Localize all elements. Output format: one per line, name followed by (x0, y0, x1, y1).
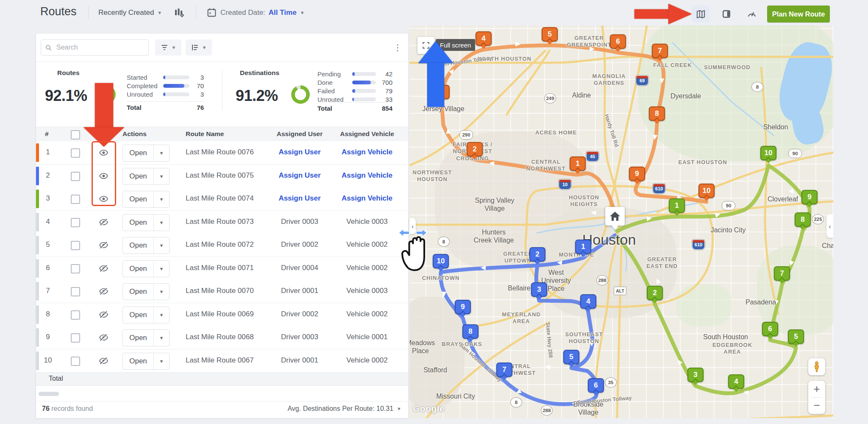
eye-hidden-icon[interactable] (97, 264, 110, 273)
open-button-label[interactable]: Open (123, 353, 153, 369)
blue-route-stop-marker[interactable]: 1 (575, 240, 591, 254)
orange-route-stop-marker[interactable]: 6 (610, 34, 626, 49)
open-button-label[interactable]: Open (123, 191, 153, 207)
assigned-vehicle-cell[interactable]: Assign Vehicle (335, 194, 399, 203)
green-route-stop-marker[interactable]: 6 (762, 322, 778, 336)
sort-button[interactable]: ▼ (186, 39, 212, 56)
assigned-user-cell[interactable]: Assign User (272, 171, 327, 180)
row-checkbox[interactable] (71, 241, 80, 250)
open-button-label[interactable]: Open (123, 330, 153, 346)
open-button-caret[interactable]: ▼ (153, 330, 169, 346)
orange-route-stop-marker[interactable]: 9 (629, 167, 645, 181)
assigned-user-cell[interactable]: Assign User (272, 148, 327, 156)
open-route-split-button[interactable]: Open▼ (122, 214, 170, 231)
plan-new-route-button[interactable]: Plan New Route (767, 6, 830, 22)
row-checkbox[interactable] (71, 148, 80, 158)
open-button-caret[interactable]: ▼ (153, 353, 169, 369)
search-box[interactable] (41, 39, 149, 56)
search-input[interactable] (56, 43, 144, 52)
green-route-stop-marker[interactable]: 9 (801, 190, 818, 204)
filter-button[interactable]: ▼ (155, 39, 181, 56)
zoom-out-button[interactable]: − (808, 397, 825, 414)
row-checkbox[interactable] (71, 172, 80, 181)
sort-dropdown[interactable]: Recently Created ▼ (98, 8, 162, 17)
panel-collapse-handle[interactable]: ‹ (409, 218, 416, 234)
row-checkbox[interactable] (71, 357, 80, 366)
eye-hidden-icon[interactable] (97, 333, 110, 342)
map-canvas[interactable]: GREATER GREENSPOINTNORTH HOUSTONMAGNOLIA… (409, 25, 833, 418)
orange-route-stop-marker[interactable]: 3 (434, 85, 450, 99)
open-button-caret[interactable]: ▼ (153, 261, 169, 277)
green-route-stop-marker[interactable]: 4 (728, 374, 744, 389)
avg-destinations-dropdown[interactable]: Avg. Destinations Per Route: 10.31 ▼ (287, 405, 401, 413)
fullscreen-button[interactable] (417, 37, 434, 54)
eye-visible-icon[interactable] (97, 172, 110, 180)
open-button-label[interactable]: Open (123, 261, 153, 277)
orange-route-stop-marker[interactable]: 2 (467, 142, 483, 156)
green-route-stop-marker[interactable]: 7 (774, 266, 790, 281)
dashboard-view-toggle[interactable] (743, 6, 761, 22)
orange-route-stop-marker[interactable]: 4 (476, 31, 492, 46)
assigned-user-cell[interactable]: Assign User (272, 194, 327, 203)
open-button-caret[interactable]: ▼ (153, 237, 169, 254)
open-route-split-button[interactable]: Open▼ (122, 237, 170, 254)
eye-hidden-icon[interactable] (97, 218, 110, 226)
row-checkbox[interactable] (71, 310, 80, 320)
map-view-toggle[interactable] (692, 6, 709, 22)
open-route-split-button[interactable]: Open▼ (122, 145, 170, 162)
more-options-button[interactable]: ⋮ (390, 40, 405, 55)
open-button-caret[interactable]: ▼ (153, 168, 169, 184)
row-checkbox[interactable] (71, 333, 80, 343)
open-route-split-button[interactable]: Open▼ (122, 168, 170, 185)
blue-route-stop-marker[interactable]: 9 (455, 300, 471, 314)
blue-route-stop-marker[interactable]: 3 (531, 282, 547, 297)
green-route-stop-marker[interactable]: 3 (687, 368, 704, 382)
assigned-vehicle-cell[interactable]: Assign Vehicle (335, 148, 399, 156)
blue-route-stop-marker[interactable]: 2 (529, 247, 545, 262)
map-collapse-handle-right[interactable]: ‹ (826, 214, 833, 238)
orange-route-stop-marker[interactable]: 5 (542, 27, 558, 42)
blue-route-stop-marker[interactable]: 5 (563, 350, 579, 364)
open-button-caret[interactable]: ▼ (153, 191, 169, 207)
orange-route-stop-marker[interactable]: 1 (570, 156, 586, 171)
open-route-split-button[interactable]: Open▼ (122, 329, 170, 346)
blue-route-stop-marker[interactable]: 4 (580, 294, 596, 309)
orange-route-stop-marker[interactable]: 8 (649, 106, 665, 121)
eye-hidden-icon[interactable] (97, 310, 110, 319)
open-button-label[interactable]: Open (123, 284, 153, 300)
assigned-vehicle-cell[interactable]: Assign Vehicle (335, 171, 399, 180)
street-view-pegman-button[interactable] (808, 358, 825, 375)
row-checkbox[interactable] (71, 287, 80, 296)
blue-route-stop-marker[interactable]: 7 (496, 363, 512, 377)
open-button-caret[interactable]: ▼ (153, 307, 169, 323)
open-button-label[interactable]: Open (123, 237, 153, 254)
green-route-stop-marker[interactable]: 8 (795, 212, 811, 227)
zoom-in-button[interactable]: + (808, 381, 825, 397)
blue-route-stop-marker[interactable]: 8 (462, 324, 479, 339)
blue-route-stop-marker[interactable]: 10 (433, 254, 449, 268)
open-route-split-button[interactable]: Open▼ (122, 283, 170, 300)
open-button-label[interactable]: Open (123, 145, 153, 161)
depot-marker[interactable] (605, 207, 625, 226)
eye-visible-icon[interactable] (97, 148, 110, 157)
select-all-checkbox[interactable] (71, 130, 80, 139)
row-checkbox[interactable] (71, 218, 80, 227)
horizontal-scrollbar[interactable] (39, 392, 59, 396)
row-checkbox[interactable] (71, 264, 80, 273)
columns-settings-button[interactable] (174, 7, 185, 20)
orange-route-stop-marker[interactable]: 10 (698, 184, 715, 198)
green-route-stop-marker[interactable]: 1 (669, 198, 685, 213)
eye-hidden-icon[interactable] (97, 287, 110, 296)
open-route-split-button[interactable]: Open▼ (122, 260, 170, 277)
created-date-filter[interactable]: Created Date: All Time ▼ (220, 8, 305, 17)
open-route-split-button[interactable]: Open▼ (122, 307, 170, 324)
eye-visible-icon[interactable] (97, 195, 110, 203)
panel-view-toggle[interactable] (718, 6, 735, 22)
green-route-stop-marker[interactable]: 10 (760, 146, 776, 160)
open-button-label[interactable]: Open (123, 168, 153, 184)
open-button-caret[interactable]: ▼ (153, 145, 169, 161)
green-route-stop-marker[interactable]: 2 (647, 286, 663, 300)
open-route-split-button[interactable]: Open▼ (122, 191, 170, 208)
open-route-split-button[interactable]: Open▼ (122, 353, 170, 370)
open-button-label[interactable]: Open (123, 215, 153, 231)
